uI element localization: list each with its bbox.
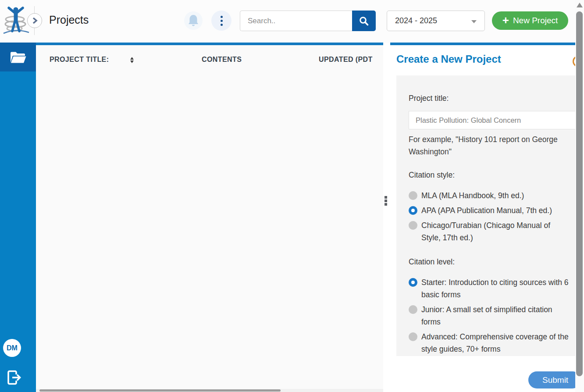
chevron-right-icon	[31, 17, 38, 24]
school-year-dropdown[interactable]: 2024 - 2025	[387, 11, 485, 31]
radio-option-junior[interactable]: Junior: A small set of simplified citati…	[409, 303, 569, 328]
radio-icon	[409, 221, 417, 230]
citation-level-group: Starter: Introduction to citing sources …	[409, 276, 569, 358]
horizontal-scrollbar[interactable]	[36, 389, 383, 392]
app-window: Projects 2024 - 2025	[0, 0, 584, 392]
search-icon	[359, 16, 369, 26]
vertical-scrollbar-thumb[interactable]	[576, 11, 583, 376]
panel-title: Create a New Project	[396, 53, 501, 65]
citation-style-label: Citation style:	[409, 171, 455, 180]
page-title: Projects	[49, 14, 89, 26]
vertical-scrollbar[interactable]	[575, 0, 584, 392]
radio-label: APA (APA Publication Manual, 7th ed.)	[421, 204, 552, 217]
project-title-label: Project title:	[409, 94, 449, 103]
sidebar: DM	[0, 43, 36, 392]
user-avatar[interactable]: DM	[3, 339, 21, 357]
radio-option-advanced[interactable]: Advanced: Comprehensive coverage of the …	[409, 331, 569, 355]
kebab-dot-icon	[221, 20, 223, 22]
radio-icon	[409, 332, 417, 341]
radio-label: Junior: A small set of simplified citati…	[421, 303, 569, 328]
column-header-contents[interactable]: CONTENTS	[202, 56, 242, 64]
scroll-up-arrow-icon[interactable]	[577, 3, 583, 7]
caret-down-icon	[471, 20, 477, 23]
horizontal-scrollbar-thumb[interactable]	[39, 389, 281, 392]
radio-option-mla[interactable]: MLA (MLA Handbook, 9th ed.)	[409, 189, 569, 202]
create-project-panel: Create a New Project Project title: For …	[390, 45, 584, 392]
column-header-project-title[interactable]: PROJECT TITLE:	[50, 56, 109, 64]
radio-icon	[409, 191, 417, 200]
sort-down-triangle	[130, 61, 134, 63]
notifications-button[interactable]	[184, 11, 203, 30]
radio-label: MLA (MLA Handbook, 9th ed.)	[421, 189, 524, 202]
radio-icon	[409, 278, 417, 287]
plus-icon: +	[502, 14, 509, 26]
citation-level-label: Citation level:	[409, 257, 455, 267]
project-title-input[interactable]	[409, 111, 576, 129]
drag-grip-icon[interactable]	[385, 196, 387, 206]
school-year-value: 2024 - 2025	[395, 16, 437, 25]
panel-splitter[interactable]	[383, 45, 390, 389]
radio-option-chicago[interactable]: Chicago/Turabian (Chicago Manual of Styl…	[409, 219, 569, 244]
grip-dot	[385, 203, 387, 206]
app-logo-icon[interactable]	[3, 6, 30, 36]
logout-icon[interactable]	[7, 370, 21, 385]
citation-style-group: MLA (MLA Handbook, 9th ed.) APA (APA Pub…	[409, 189, 569, 246]
radio-label: Advanced: Comprehensive coverage of the …	[421, 331, 569, 355]
sidebar-item-projects[interactable]	[0, 43, 36, 71]
submit-button[interactable]: Submit	[528, 371, 581, 388]
kebab-dot-icon	[221, 24, 223, 26]
radio-icon	[409, 206, 417, 215]
radio-icon	[409, 305, 417, 314]
radio-option-apa[interactable]: APA (APA Publication Manual, 7th ed.)	[409, 204, 569, 217]
radio-label: Chicago/Turabian (Chicago Manual of Styl…	[421, 219, 569, 244]
bell-icon	[187, 14, 199, 27]
open-folder-icon	[10, 50, 26, 64]
search-input[interactable]	[240, 11, 352, 31]
new-project-button[interactable]: + New Project	[492, 11, 568, 30]
grip-dot	[385, 196, 387, 199]
project-title-example: For example, "History 101 report on Geor…	[409, 133, 574, 158]
grip-dot	[385, 200, 387, 202]
more-options-button[interactable]	[211, 11, 231, 31]
sort-up-triangle	[130, 57, 134, 60]
create-project-form: Project title: For example, "History 101…	[396, 75, 584, 356]
radio-option-starter[interactable]: Starter: Introduction to citing sources …	[409, 276, 569, 301]
header-bar: Projects 2024 - 2025	[0, 0, 584, 43]
collapse-panel-button[interactable]	[27, 13, 42, 28]
radio-label: Starter: Introduction to citing sources …	[421, 276, 569, 301]
kebab-dot-icon	[221, 16, 223, 18]
column-header-updated[interactable]: UPDATED (PDT	[319, 56, 373, 64]
new-project-label: New Project	[513, 16, 558, 25]
search-bar	[240, 11, 376, 31]
search-button[interactable]	[352, 11, 376, 31]
projects-table: PROJECT TITLE: CONTENTS UPDATED (PDT	[36, 45, 383, 389]
sort-icon[interactable]	[130, 57, 134, 64]
